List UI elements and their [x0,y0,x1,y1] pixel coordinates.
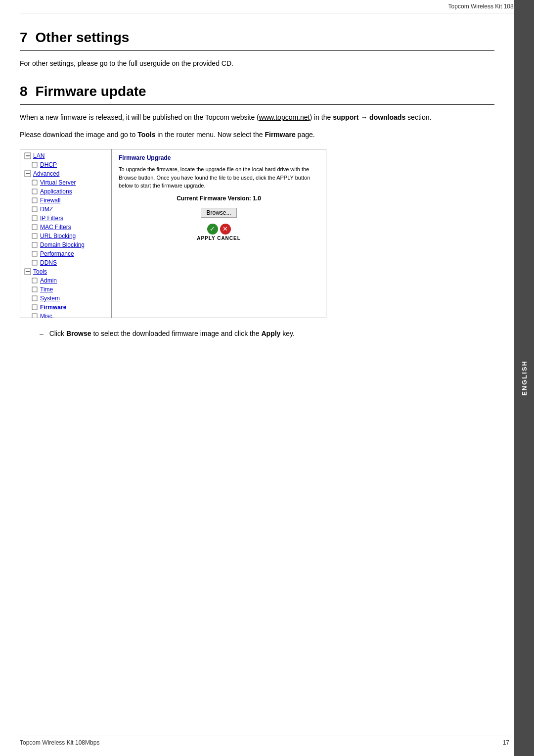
nav-item[interactable]: Advanced [20,169,111,178]
topcom-link[interactable]: www.topcom.net [259,113,310,121]
nav-item[interactable]: Time [20,285,111,294]
note-bold-browse: Browse [66,330,91,337]
section7-divider [20,50,494,51]
note-bold-apply: Apply [261,330,280,337]
section8-text1-pre: When a new firmware is released, it will… [20,113,259,121]
apply-cancel-label: APPLY CANCEL [197,236,241,241]
svg-rect-10 [32,225,37,230]
nav-item[interactable]: DDNS [20,258,111,267]
language-tab: ENGLISH [514,0,534,756]
nav-link[interactable]: DHCP [40,161,57,168]
language-label: ENGLISH [521,360,528,396]
nav-item[interactable]: Misc. [20,312,111,318]
section8-bold-support: support [333,113,358,121]
section8-divider [20,104,494,105]
svg-rect-6 [32,189,37,194]
footer-page-number: 17 [503,739,509,746]
nav-item[interactable]: Virtual Server [20,178,111,187]
svg-rect-18 [32,287,37,292]
nav-item[interactable]: URL Blocking [20,232,111,240]
nav-icon [31,224,38,231]
nav-link[interactable]: IP Filters [40,215,63,222]
nav-item[interactable]: System [20,294,111,303]
nav-item[interactable]: DMZ [20,205,111,214]
nav-icon [31,259,38,266]
nav-link[interactable]: Advanced [33,170,59,177]
nav-link[interactable]: Virtual Server [40,179,76,186]
section8-number: 8 [20,84,28,99]
svg-rect-17 [32,278,37,283]
nav-item[interactable]: Performance [20,249,111,258]
nav-icon [31,286,38,293]
svg-rect-11 [32,234,37,238]
nav-link[interactable]: Tools [33,268,47,275]
svg-rect-8 [32,207,37,212]
nav-icon [31,277,38,284]
fw-upgrade-title: Firmware Upgrade [119,154,319,161]
nav-icon [31,215,38,222]
nav-link[interactable]: DMZ [40,206,53,213]
browse-button[interactable]: Browse... [201,208,236,218]
nav-link[interactable]: LAN [33,152,44,159]
nav-item[interactable]: MAC Filters [20,223,111,232]
nav-link[interactable]: MAC Filters [40,224,71,231]
nav-link[interactable]: Misc. [40,313,54,318]
nav-link[interactable]: System [40,295,60,302]
apply-cancel-icons: ✓ ✕ [207,224,231,235]
section8-text2-pre: Please download the image and go to [20,131,137,139]
note-text-pre: Click [49,330,66,337]
nav-link[interactable]: Admin [40,277,57,284]
nav-item[interactable]: Tools [20,267,111,276]
nav-icon [31,188,38,195]
nav-link[interactable]: DDNS [40,259,57,266]
nav-link[interactable]: Performance [40,250,74,257]
nav-item[interactable]: LAN [20,151,111,160]
nav-link[interactable]: Firewall [40,197,60,204]
nav-item[interactable]: Firmware [20,303,111,312]
nav-item[interactable]: IP Filters [20,214,111,223]
nav-icon [31,250,38,257]
cancel-icon[interactable]: ✕ [220,224,231,235]
nav-item[interactable]: Admin [20,276,111,285]
page-header: Topcom Wireless Kit 108Mbps [20,0,534,13]
main-content: 7 Other settings For other settings, ple… [0,0,514,359]
svg-rect-13 [32,251,37,256]
nav-link[interactable]: Domain Blocking [40,241,85,248]
section7-title: Other settings [36,30,130,46]
page-footer: Topcom Wireless Kit 108Mbps 17 [20,736,509,746]
apply-icon[interactable]: ✓ [207,224,218,235]
section7-heading: 7 Other settings [20,30,494,46]
nav-item[interactable]: DHCP [20,160,111,169]
bottom-note: – Click Browse to select the downloaded … [40,328,494,339]
nav-item[interactable]: Firewall [20,196,111,205]
section8-heading: 8 Firmware update [20,84,494,99]
nav-icon [31,197,38,204]
section8-text2-end: page. [296,131,315,139]
nav-link[interactable]: Applications [40,188,72,195]
svg-rect-20 [32,305,37,310]
fw-version: Current Firmware Version: 1.0 [119,195,319,202]
nav-item[interactable]: Applications [20,187,111,196]
section7-number: 7 [20,30,28,46]
nav-item[interactable]: Domain Blocking [20,240,111,249]
section8-text1: When a new firmware is released, it will… [20,112,494,123]
nav-icon [31,295,38,302]
browse-row: Browse... [119,208,319,218]
svg-rect-21 [32,314,37,318]
nav-link[interactable]: Time [40,286,53,293]
footer-left: Topcom Wireless Kit 108Mbps [20,739,99,746]
svg-rect-5 [32,180,37,185]
section8-title: Firmware update [36,84,146,99]
svg-rect-19 [32,296,37,301]
nav-sidebar: LANDHCPAdvancedVirtual ServerApplication… [20,149,112,318]
section8-arrow: → [358,113,369,121]
nav-icon [24,268,31,275]
nav-link[interactable]: URL Blocking [40,233,76,239]
apply-cancel-row: ✓ ✕ APPLY CANCEL [119,224,319,241]
section8-bold-firmware: Firmware [265,131,295,139]
nav-link[interactable]: Firmware [40,304,66,311]
nav-icon [31,161,38,168]
nav-icon [31,313,38,318]
nav-icon [24,170,31,177]
nav-icon [31,206,38,213]
